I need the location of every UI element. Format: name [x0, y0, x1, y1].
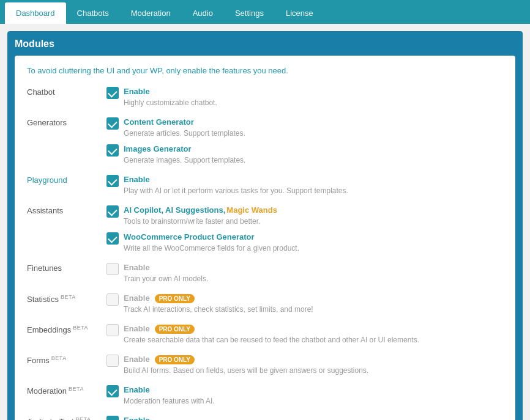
- control-title-forms: Enable: [124, 354, 150, 365]
- control-assistants-magic: AI Copilot, AI Suggestions, Magic Wands …: [106, 205, 503, 227]
- forms-beta-badge: BETA: [50, 355, 67, 361]
- control-desc-moderation: Moderation features with AI.: [124, 396, 215, 407]
- control-desc-forms: Build AI forms. Based on fields, users w…: [124, 366, 368, 376]
- control-moderation-enable: Enable Moderation features with AI.: [106, 385, 503, 407]
- control-woocommerce-generator: WooCommerce Product Generator Write all …: [106, 232, 503, 254]
- control-desc-statistics: Track AI interactions, check statistics,…: [124, 304, 313, 315]
- module-row-assistants: Assistants AI Copilot, AI Suggestions, M…: [27, 205, 503, 254]
- control-title-statistics: Enable: [124, 293, 150, 304]
- control-title-audio-to-text: Enable: [124, 415, 226, 420]
- control-playground-enable: Enable Play with AI or let it perform va…: [106, 174, 503, 196]
- module-label-generators: Generators: [27, 118, 67, 127]
- checkbox-chatbot[interactable]: [106, 87, 119, 99]
- checkbox-forms[interactable]: [106, 355, 119, 367]
- control-title-playground: Enable: [124, 174, 348, 185]
- control-desc-woocommerce-generator: Write all the WooCommerce fields for a g…: [124, 243, 299, 254]
- checkbox-woocommerce-generator[interactable]: [106, 232, 119, 245]
- control-title-woocommerce-generator: WooCommerce Product Generator: [124, 232, 299, 243]
- control-content-generator: Content Generator Generate articles. Sup…: [106, 117, 503, 139]
- module-label-moderation: Moderation BETA: [27, 386, 84, 396]
- tab-bar: Dashboard Chatbots Moderation Audio Sett…: [0, 0, 530, 24]
- intro-text: To avoid cluttering the UI and your WP, …: [27, 65, 503, 76]
- checkbox-statistics[interactable]: [106, 293, 119, 306]
- embeddings-pro-badge: PRO ONLY: [155, 325, 195, 334]
- control-forms-enable: Enable PRO ONLY Build AI forms. Based on…: [106, 354, 503, 376]
- embeddings-beta-badge: BETA: [71, 325, 88, 331]
- tab-dashboard[interactable]: Dashboard: [5, 2, 66, 24]
- tab-moderation[interactable]: Moderation: [120, 2, 182, 24]
- module-label-forms: Forms BETA: [27, 356, 67, 365]
- control-title-moderation: Enable: [124, 385, 215, 396]
- tab-audio[interactable]: Audio: [182, 2, 224, 24]
- control-title-embeddings: Enable: [124, 323, 150, 334]
- tab-chatbots[interactable]: Chatbots: [66, 2, 120, 24]
- module-row-chatbot: Chatbot Enable Highly customizable chatb…: [27, 86, 503, 108]
- control-statistics-enable: Enable PRO ONLY Track AI interactions, c…: [106, 293, 503, 315]
- modules-title: Modules: [15, 39, 515, 50]
- module-row-audio-to-text: Audio-to-Text BETA Enable Transcribe aud…: [27, 415, 503, 420]
- checkbox-embeddings[interactable]: [106, 324, 119, 336]
- checkbox-content-generator[interactable]: [106, 117, 119, 130]
- module-row-embeddings: Embeddings BETA Enable PRO ONLY Create s…: [27, 323, 503, 345]
- module-label-assistants: Assistants: [27, 206, 63, 215]
- tab-license[interactable]: License: [275, 2, 324, 24]
- control-desc-chatbot: Highly customizable chatbot.: [124, 98, 217, 108]
- modules-panel: Modules To avoid cluttering the UI and y…: [7, 31, 523, 420]
- audio-to-text-beta-badge: BETA: [74, 416, 91, 420]
- checkbox-finetunes[interactable]: [106, 263, 119, 275]
- moderation-beta-badge: BETA: [67, 386, 84, 392]
- module-label-playground: Playground: [27, 175, 67, 185]
- module-row-moderation: Moderation BETA Enable Moderation featur…: [27, 385, 503, 407]
- module-row-finetunes: Finetunes Enable Train your own AI model…: [27, 262, 503, 284]
- control-desc-images-generator: Generate images. Support templates.: [124, 155, 245, 166]
- module-row-forms: Forms BETA Enable PRO ONLY Build AI form…: [27, 354, 503, 376]
- checkbox-playground[interactable]: [106, 175, 119, 187]
- module-row-statistics: Statistics BETA Enable PRO ONLY Track AI: [27, 293, 503, 315]
- statistics-pro-badge: PRO ONLY: [155, 294, 195, 303]
- control-title-assistants-magic: AI Copilot, AI Suggestions, Magic Wands: [124, 205, 277, 216]
- control-title-content-generator: Content Generator: [124, 117, 245, 128]
- checkbox-assistants-magic[interactable]: [106, 205, 119, 218]
- statistics-beta-badge: BETA: [59, 294, 76, 300]
- control-finetunes-enable: Enable Train your own AI models.: [106, 262, 503, 284]
- control-desc-content-generator: Generate articles. Support templates.: [124, 128, 245, 139]
- modules-inner: To avoid cluttering the UI and your WP, …: [15, 56, 515, 420]
- control-title-chatbot: Enable: [124, 86, 217, 97]
- module-label-chatbot: Chatbot: [27, 87, 55, 97]
- control-desc-assistants-magic: Tools to brainstorm/write faster and bet…: [124, 216, 277, 227]
- control-images-generator: Images Generator Generate images. Suppor…: [106, 144, 503, 166]
- checkbox-images-generator[interactable]: [106, 144, 119, 157]
- control-desc-embeddings: Create searchable data that can be reuse…: [124, 335, 419, 345]
- checkbox-moderation[interactable]: [106, 385, 119, 397]
- module-label-embeddings: Embeddings BETA: [27, 325, 88, 334]
- control-title-finetunes: Enable: [124, 262, 208, 273]
- control-chatbot-enable: Enable Highly customizable chatbot.: [106, 86, 503, 108]
- tab-settings[interactable]: Settings: [224, 2, 275, 24]
- module-label-statistics: Statistics BETA: [27, 295, 76, 304]
- control-embeddings-enable: Enable PRO ONLY Create searchable data t…: [106, 323, 503, 345]
- module-label-finetunes: Finetunes: [27, 263, 62, 273]
- module-row-playground: Playground Enable Play with AI or let it…: [27, 174, 503, 196]
- control-title-images-generator: Images Generator: [124, 144, 245, 155]
- control-desc-playground: Play with AI or let it perform various t…: [124, 186, 348, 196]
- module-row-generators: Generators Content Generator Generate ar…: [27, 117, 503, 166]
- checkbox-audio-to-text[interactable]: [106, 416, 119, 420]
- module-label-audio-to-text: Audio-to-Text BETA: [27, 417, 91, 420]
- assistants-title-part1: AI Copilot, AI Suggestions,: [124, 205, 225, 216]
- forms-pro-badge: PRO ONLY: [155, 355, 195, 364]
- page-content: Modules To avoid cluttering the UI and y…: [0, 24, 530, 420]
- assistants-magic-wands: Magic Wands: [226, 205, 277, 216]
- control-audio-to-text-enable: Enable Transcribe audio files into texts…: [106, 415, 503, 420]
- control-desc-finetunes: Train your own AI models.: [124, 274, 208, 284]
